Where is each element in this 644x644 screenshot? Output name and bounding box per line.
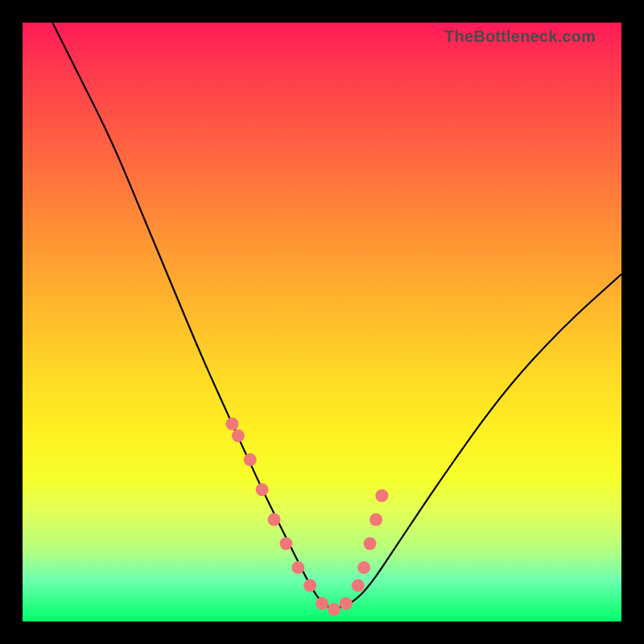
highlight-dot	[291, 561, 304, 574]
highlight-dot	[225, 417, 238, 430]
plot-area: TheBottleneck.com	[23, 23, 621, 621]
highlight-dot	[244, 453, 257, 466]
chart-frame: TheBottleneck.com	[0, 0, 644, 644]
highlight-dot	[232, 429, 245, 442]
highlight-dot	[364, 537, 377, 550]
highlight-dot	[256, 483, 269, 496]
bottleneck-curve	[52, 23, 621, 608]
highlight-dot	[357, 561, 370, 574]
highlight-dot	[267, 514, 280, 526]
highlight-dot	[316, 597, 328, 610]
highlight-dot	[375, 489, 388, 502]
highlight-dot	[328, 603, 341, 616]
highlight-dot	[340, 597, 353, 610]
highlight-dots	[225, 417, 388, 616]
highlight-dot	[352, 579, 365, 592]
highlight-dot	[279, 537, 292, 550]
curve-layer	[23, 23, 621, 621]
highlight-dot	[303, 579, 316, 592]
highlight-dot	[369, 514, 382, 526]
